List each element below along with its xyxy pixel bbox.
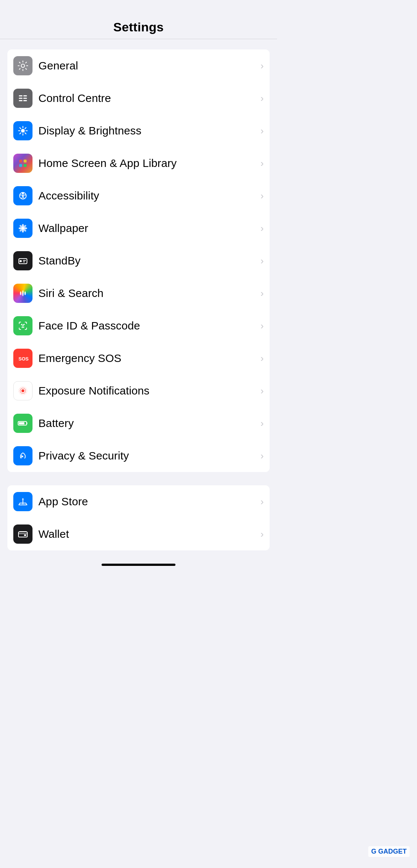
emergency-sos-label: Emergency SOS [38, 352, 257, 365]
settings-row-face-id[interactable]: Face ID & Passcode › [7, 310, 270, 342]
faceid-icon [17, 320, 29, 332]
app-store-label: App Store [38, 495, 257, 508]
siri-icon-wrap [13, 284, 33, 303]
chevron-icon: › [260, 353, 264, 364]
display-brightness-icon-wrap [13, 121, 33, 140]
wallet-label: Wallet [38, 528, 257, 540]
emergency-sos-icon-wrap: SOS [13, 349, 33, 368]
svg-line-24 [23, 195, 24, 199]
chevron-icon: › [260, 496, 264, 508]
wallet-icon-wrap [13, 524, 33, 544]
svg-point-40 [24, 291, 26, 295]
svg-rect-1 [19, 95, 23, 96]
svg-rect-5 [19, 100, 23, 101]
chevron-icon: › [260, 223, 264, 234]
accessibility-icon-wrap [13, 186, 33, 205]
general-icon-wrap [13, 56, 33, 75]
settings-row-wallpaper[interactable]: Wallpaper › [7, 212, 270, 245]
svg-point-39 [22, 290, 24, 296]
accessibility-icon [17, 190, 29, 202]
settings-row-home-screen[interactable]: Home Screen & App Library › [7, 147, 270, 180]
svg-line-12 [20, 128, 21, 129]
svg-rect-4 [23, 98, 27, 99]
svg-rect-19 [24, 164, 27, 167]
settings-section-2: App Store › Wallet › [7, 485, 270, 550]
svg-rect-49 [18, 532, 27, 537]
exposure-icon [17, 385, 29, 397]
settings-row-exposure[interactable]: Exposure Notifications › [7, 375, 270, 407]
privacy-icon-wrap [13, 446, 33, 465]
settings-row-general[interactable]: General › [7, 49, 270, 82]
app-store-icon-wrap [13, 492, 33, 511]
svg-rect-50 [24, 534, 26, 536]
settings-row-display-brightness[interactable]: Display & Brightness › [7, 115, 270, 147]
home-screen-label: Home Screen & App Library [38, 157, 257, 170]
control-centre-label: Control Centre [38, 92, 257, 105]
accessibility-label: Accessibility [38, 189, 257, 202]
settings-row-wallet[interactable]: Wallet › [7, 518, 270, 550]
svg-point-42 [21, 389, 24, 392]
exposure-notifications-label: Exposure Notifications [38, 385, 257, 397]
chevron-icon: › [260, 93, 264, 104]
settings-row-siri-search[interactable]: Siri & Search › [7, 277, 270, 310]
svg-line-13 [25, 133, 26, 134]
svg-line-14 [25, 128, 26, 129]
siri-icon [17, 287, 29, 299]
standby-icon-wrap [13, 251, 33, 270]
wallpaper-icon-wrap [13, 219, 33, 238]
settings-row-app-store[interactable]: App Store › [7, 485, 270, 518]
chevron-icon: › [260, 418, 264, 429]
chevron-icon: › [260, 158, 264, 169]
siri-search-label: Siri & Search [38, 287, 257, 300]
hand-icon [17, 450, 29, 462]
exposure-icon-wrap [13, 381, 33, 400]
settings-section-1: General › Control Centre › [7, 49, 270, 472]
settings-row-emergency-sos[interactable]: SOS Emergency SOS › [7, 342, 270, 375]
control-centre-icon-wrap [13, 89, 33, 108]
chevron-icon: › [260, 125, 264, 137]
svg-rect-46 [19, 422, 24, 424]
flower-icon [17, 222, 29, 234]
standby-icon [17, 255, 29, 267]
battery-icon [17, 417, 29, 429]
settings-row-battery[interactable]: Battery › [7, 407, 270, 440]
chevron-icon: › [260, 529, 264, 540]
chevron-icon: › [260, 190, 264, 202]
svg-point-7 [21, 129, 25, 133]
chevron-icon: › [260, 385, 264, 397]
svg-point-38 [20, 291, 21, 295]
chevron-icon: › [260, 60, 264, 72]
face-id-label: Face ID & Passcode [38, 319, 257, 332]
settings-row-accessibility[interactable]: Accessibility › [7, 180, 270, 212]
battery-icon-wrap [13, 414, 33, 433]
settings-row-control-centre[interactable]: Control Centre › [7, 82, 270, 115]
general-label: General [38, 59, 257, 72]
sun-icon [17, 125, 29, 137]
chevron-icon: › [260, 450, 264, 462]
settings-row-standby[interactable]: StandBy › [7, 245, 270, 277]
home-indicator [102, 564, 175, 566]
home-screen-icon-wrap [13, 154, 33, 173]
page-title: Settings [113, 20, 164, 34]
chevron-icon: › [260, 320, 264, 332]
svg-rect-17 [24, 160, 27, 163]
face-id-icon-wrap [13, 316, 33, 335]
header: Settings [0, 0, 277, 39]
svg-rect-2 [23, 95, 27, 96]
appstore-icon [17, 496, 29, 508]
svg-line-15 [20, 133, 21, 134]
privacy-security-label: Privacy & Security [38, 450, 257, 462]
svg-rect-16 [19, 160, 22, 163]
wallet-icon [17, 528, 29, 540]
display-brightness-label: Display & Brightness [38, 124, 257, 137]
sliders-icon [17, 92, 29, 104]
settings-row-privacy[interactable]: Privacy & Security › [7, 440, 270, 472]
chevron-icon: › [260, 288, 264, 299]
settings-content: General › Control Centre › [0, 39, 277, 584]
grid-icon [17, 157, 29, 169]
svg-rect-3 [19, 98, 23, 99]
settings-row-battery-container: Battery › [7, 407, 270, 440]
sos-icon: SOS [17, 352, 29, 364]
standby-label: StandBy [38, 254, 257, 267]
svg-rect-36 [23, 260, 26, 261]
